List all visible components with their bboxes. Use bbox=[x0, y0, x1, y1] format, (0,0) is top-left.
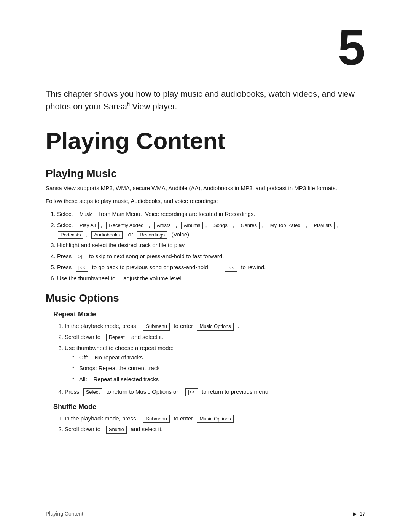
playing-music-title: Playing Music bbox=[46, 168, 365, 180]
repeat-all: All: Repeat all selected tracks bbox=[72, 375, 365, 384]
repeat-off: Off: No repeat of tracks bbox=[72, 353, 365, 363]
artists-box: Artists bbox=[154, 222, 173, 229]
shuffle-mode-container: Shuffle Mode In the playback mode, press… bbox=[53, 403, 365, 435]
playing-step-3: Highlight and select the desired track o… bbox=[57, 241, 365, 250]
repeat-step-3: Use thumbwheel to choose a repeat mode: … bbox=[65, 343, 365, 384]
podcasts-box: Podcasts bbox=[58, 231, 83, 239]
repeat-step-4: Press Select to return to Music Options … bbox=[65, 387, 365, 397]
playing-step-1: Select Music from Main Menu. Voice recor… bbox=[57, 209, 365, 219]
shuffle-box: Shuffle bbox=[106, 426, 127, 433]
footer: Playing Content ▶ 17 bbox=[46, 511, 365, 517]
playing-step-4: Press >| to skip to next song or press-a… bbox=[57, 252, 365, 261]
shuffle-step-1: In the playback mode, press Submenu to e… bbox=[65, 414, 365, 423]
page-container: 5 This chapter shows you how to play mus… bbox=[0, 0, 411, 532]
music-options-box-1: Music Options bbox=[197, 323, 233, 330]
footer-arrow-icon: ▶ bbox=[353, 511, 357, 517]
playing-step-2: Select Play All , Recently Added , Artis… bbox=[57, 220, 365, 240]
genres-box: Genres bbox=[238, 222, 260, 229]
submenu-box-1: Submenu bbox=[143, 323, 170, 330]
music-options-box-2: Music Options bbox=[197, 415, 233, 423]
shuffle-step-2: Scroll down to Shuffle and select it. bbox=[65, 425, 365, 434]
recently-added-box: Recently Added bbox=[106, 222, 146, 229]
playlists-box: Playlists bbox=[311, 222, 335, 229]
footer-page-number: 17 bbox=[359, 511, 365, 517]
submenu-box-2: Submenu bbox=[143, 415, 170, 423]
repeat-mode-title: Repeat Mode bbox=[53, 310, 365, 318]
my-top-rated-box: My Top Rated bbox=[268, 222, 303, 229]
sansa-superscript: fi bbox=[127, 101, 130, 107]
skip-back-box: |<< bbox=[76, 264, 88, 272]
select-box: Select bbox=[83, 388, 102, 396]
shuffle-mode-title: Shuffle Mode bbox=[53, 403, 365, 411]
repeat-box: Repeat bbox=[106, 334, 127, 341]
chapter-intro: This chapter shows you how to play music… bbox=[46, 88, 365, 113]
playing-steps-list: Select Music from Main Menu. Voice recor… bbox=[57, 209, 365, 283]
music-options-title: Music Options bbox=[46, 292, 365, 304]
follow-text: Follow these steps to play music, Audiob… bbox=[46, 197, 365, 206]
repeat-mode-container: Repeat Mode In the playback mode, press … bbox=[53, 310, 365, 396]
music-box: Music bbox=[77, 211, 95, 218]
chapter-number: 5 bbox=[46, 23, 365, 72]
repeat-songs: Songs: Repeat the current track bbox=[72, 364, 365, 373]
repeat-step-1: In the playback mode, press Submenu to e… bbox=[65, 321, 365, 331]
footer-left-text: Playing Content bbox=[46, 511, 83, 517]
back-box: |<< bbox=[185, 388, 198, 396]
page-title: Playing Content bbox=[46, 128, 365, 154]
recordings-box: Recordings bbox=[137, 231, 167, 239]
repeat-mode-list: Off: No repeat of tracks Songs: Repeat t… bbox=[72, 353, 365, 384]
albums-box: Albums bbox=[181, 222, 203, 229]
rewind-box: |<< bbox=[225, 264, 237, 272]
audiobooks-box: Audiobooks bbox=[91, 231, 123, 239]
songs-box: Songs bbox=[211, 222, 230, 229]
play-all-box: Play All bbox=[77, 222, 99, 229]
music-options-section: Music Options Repeat Mode In the playbac… bbox=[46, 292, 365, 434]
playing-step-5: Press |<< to go back to previous song or… bbox=[57, 263, 365, 272]
repeat-steps-list: In the playback mode, press Submenu to e… bbox=[65, 321, 365, 396]
support-text: Sansa View supports MP3, WMA, secure WMA… bbox=[46, 184, 365, 193]
playing-step-6: Use the thumbwheel to adjust the volume … bbox=[57, 274, 365, 283]
sansa-suffix: View player. bbox=[130, 102, 177, 111]
repeat-step-2: Scroll down to Repeat and select it. bbox=[65, 332, 365, 342]
shuffle-steps-list: In the playback mode, press Submenu to e… bbox=[65, 414, 365, 435]
footer-right: ▶ 17 bbox=[353, 511, 365, 517]
chapter-intro-text: This chapter shows you how to play music… bbox=[46, 89, 355, 111]
skip-forward-box: >| bbox=[76, 253, 85, 260]
